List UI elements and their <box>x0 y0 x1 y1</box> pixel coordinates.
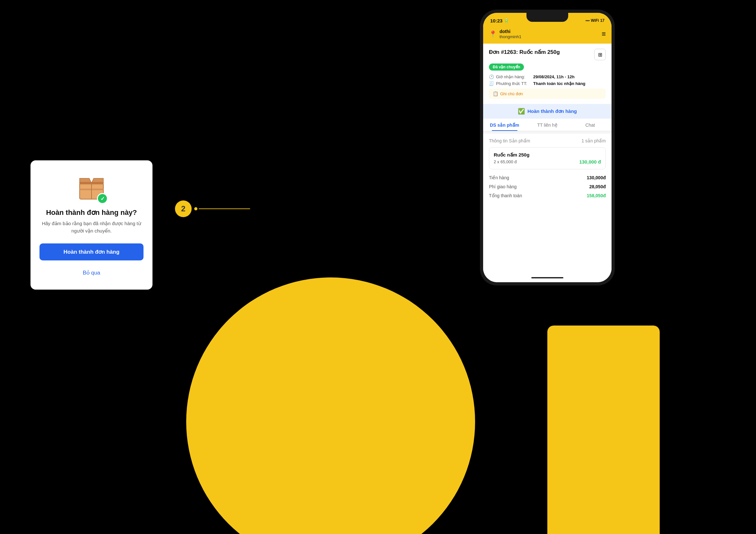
modal-subtitle: Hãy đảm bảo rằng bạn đã nhận được hàng t… <box>40 220 144 235</box>
summary-label-phi-giao: Phí giao hàng <box>489 184 517 189</box>
order-card: Đơn #1263: Ruốc nấm 250g ⊞ Đã vận chuyển… <box>483 44 611 104</box>
delivery-time-label: Giờ nhận hàng: <box>496 74 531 79</box>
home-indicator <box>531 277 563 278</box>
payment-label: Phương thức TT: <box>496 81 531 86</box>
tab-chat[interactable]: Chat <box>569 119 611 131</box>
complete-order-button[interactable]: ✅ Hoàn thành đơn hàng <box>483 104 611 119</box>
summary-value-tien-hang: 130,000đ <box>587 175 606 180</box>
qr-icon: ⊞ <box>598 52 602 58</box>
note-icon: 📋 <box>493 91 498 96</box>
modal-title: Hoàn thành đơn hàng này? <box>46 209 137 217</box>
tabs-row: DS sản phẩm TT liên hệ Chat <box>483 119 611 131</box>
modal-icon-container <box>77 172 106 202</box>
complete-check-icon: ✅ <box>518 108 525 115</box>
product-quantity: 2 x 65,000 đ <box>494 159 517 164</box>
tab-chat-label: Chat <box>585 122 595 128</box>
note-text: Ghi chú đơn <box>500 91 523 96</box>
yellow-circle-decoration <box>186 277 475 534</box>
order-content: Đơn #1263: Ruốc nấm 250g ⊞ Đã vận chuyển… <box>483 44 611 273</box>
summary-value-total: 158,050đ <box>587 193 606 198</box>
store-name: dothi <box>500 29 521 34</box>
summary-row-total: Tổng thanh toán 158,050đ <box>489 191 606 200</box>
modal-cancel-button[interactable]: Bỏ qua <box>40 265 144 281</box>
product-section: Thông tin Sản phẩm 1 sản phẩm Ruốc nấm 2… <box>483 134 611 273</box>
delivery-time-value: 29/08/2024, 11h - 12h <box>533 74 575 79</box>
summary-row-phi-giao: Phí giao hàng 28,050đ <box>489 182 606 191</box>
tab-product-list[interactable]: DS sản phẩm <box>483 119 526 131</box>
qr-code-button[interactable]: ⊞ <box>594 49 606 60</box>
order-status-badge: Đã vận chuyển <box>489 64 524 70</box>
tab-contact-info-label: TT liên hệ <box>537 122 557 128</box>
signal-bars-icon: ▪▪▪ <box>585 18 590 23</box>
summary-label-total: Tổng thanh toán <box>489 193 522 198</box>
status-icons: ▪▪▪ WiFi 17 <box>585 18 605 23</box>
order-title: Đơn #1263: Ruốc nấm 250g <box>489 49 594 56</box>
clock-icon: 🕐 <box>489 74 494 79</box>
store-info: 📍 dothi thongminh1 <box>489 29 521 39</box>
status-time: 10:23 🔋 <box>490 18 509 23</box>
svg-rect-4 <box>80 182 103 184</box>
step-indicator: 2 <box>175 200 250 217</box>
product-qty-price: 2 x 65,000 đ 130,000 đ <box>494 159 601 165</box>
order-title-row: Đơn #1263: Ruốc nấm 250g ⊞ <box>489 49 606 60</box>
summary-label-tien-hang: Tiền hàng <box>489 175 509 180</box>
store-branch: thongminh1 <box>500 34 521 39</box>
phone-mockup: 10:23 🔋 ▪▪▪ WiFi 17 📍 dothi thongminh1 <box>480 10 615 286</box>
store-text: dothi thongminh1 <box>500 29 521 39</box>
product-name: Ruốc nấm 250g <box>494 152 601 158</box>
section-title: Thông tin Sản phẩm <box>489 138 530 143</box>
step-line <box>199 209 250 209</box>
hamburger-menu-button[interactable]: ≡ <box>602 30 606 38</box>
payment-icon: 🧾 <box>489 81 494 86</box>
product-price: 130,000 đ <box>579 159 601 165</box>
phone-bottom-bar <box>483 273 611 282</box>
note-row: 📋 Ghi chú đơn <box>489 89 606 99</box>
payment-row: 🧾 Phương thức TT: Thanh toán lúc nhận hà… <box>489 81 606 86</box>
location-pin-icon: 📍 <box>489 30 497 38</box>
time-display: 10:23 <box>490 18 502 23</box>
app-header: 📍 dothi thongminh1 ≡ <box>483 26 611 44</box>
summary-value-phi-giao: 28,050đ <box>589 184 606 189</box>
step-dot <box>194 207 198 210</box>
tab-contact-info[interactable]: TT liên hệ <box>526 119 569 131</box>
battery-status-icon: 🔋 <box>504 18 509 23</box>
section-count: 1 sản phẩm <box>581 138 606 143</box>
check-badge <box>97 193 108 204</box>
summary-row-tien-hang: Tiền hàng 130,000đ <box>489 173 606 182</box>
confirm-modal: Hoàn thành đơn hàng này? Hãy đảm bảo rằn… <box>31 160 152 290</box>
product-item: Ruốc nấm 250g 2 x 65,000 đ 130,000 đ <box>489 147 606 169</box>
product-section-header: Thông tin Sản phẩm 1 sản phẩm <box>489 138 606 143</box>
wifi-icon: WiFi <box>591 18 599 23</box>
phone-notch <box>526 13 568 22</box>
battery-level-display: 17 <box>600 18 605 23</box>
payment-value: Thanh toán lúc nhận hàng <box>533 81 585 86</box>
step-number: 2 <box>175 200 192 217</box>
yellow-rect-decoration <box>547 325 660 534</box>
delivery-time-row: 🕐 Giờ nhận hàng: 29/08/2024, 11h - 12h <box>489 74 606 79</box>
complete-btn-label: Hoàn thành đơn hàng <box>527 108 577 114</box>
modal-confirm-button[interactable]: Hoàn thành đơn hàng <box>40 243 144 261</box>
phone-outer: 10:23 🔋 ▪▪▪ WiFi 17 📍 dothi thongminh1 <box>480 10 615 286</box>
phone-inner: 10:23 🔋 ▪▪▪ WiFi 17 📍 dothi thongminh1 <box>483 13 611 282</box>
tab-product-list-label: DS sản phẩm <box>490 122 519 128</box>
